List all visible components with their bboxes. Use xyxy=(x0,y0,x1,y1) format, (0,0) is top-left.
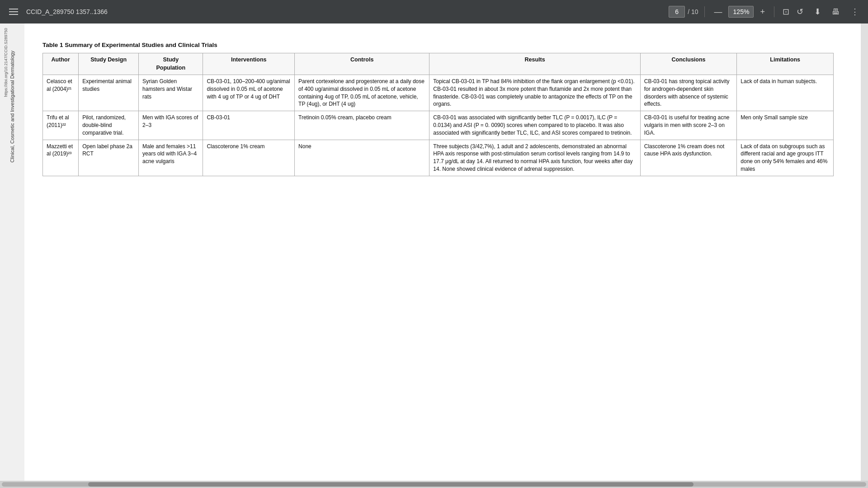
col-controls: Controls xyxy=(295,53,429,75)
table-title: Table 1 Summary of Experimental Studies … xyxy=(42,42,834,48)
cell-author: Trifu et al (2011)²² xyxy=(43,111,79,140)
print-icon: 🖶 xyxy=(832,7,840,16)
col-limitations: Limitations xyxy=(737,53,834,75)
cell-limitations: Lack of data on subgroups such as differ… xyxy=(737,140,834,176)
content-area: https://doi.org/10.2147/CCID.S289750 Cli… xyxy=(0,23,868,481)
download-button[interactable]: ⬇ xyxy=(812,5,823,19)
journal-text: Clinical, Cosmetic and Investigational D… xyxy=(9,51,15,163)
toolbar: CCID_A_289750 1357..1366 / 10 — + ⊡ ↺ ⬇ … xyxy=(0,0,868,23)
fit-page-button[interactable]: ⊡ xyxy=(781,5,791,19)
col-results: Results xyxy=(429,53,640,75)
history-icon: ↺ xyxy=(797,7,803,16)
table-row: Celasco et al (2004)²¹Experimental anima… xyxy=(43,75,834,111)
cell-study-design: Pilot, randomized, double-blind comparat… xyxy=(79,111,139,140)
zoom-out-button[interactable]: — xyxy=(711,6,725,18)
bottom-scrollbar[interactable] xyxy=(0,481,868,488)
table-header-row: Author Study Design StudyPopulation Inte… xyxy=(43,53,834,75)
table-row: Mazzetti et al (2019)²³Open label phase … xyxy=(43,140,834,176)
toolbar-center: / 10 — + ⊡ ↺ xyxy=(669,5,805,19)
page-separator: / 10 xyxy=(688,8,698,15)
cell-limitations: Lack of data in human subjects. xyxy=(737,75,834,111)
data-table: Author Study Design StudyPopulation Inte… xyxy=(42,53,834,176)
scroll-track xyxy=(2,482,866,487)
cell-author: Mazzetti et al (2019)²³ xyxy=(43,140,79,176)
cell-study-design: Open label phase 2a RCT xyxy=(79,140,139,176)
zoom-input[interactable] xyxy=(728,6,754,18)
toolbar-right: ⬇ 🖶 ⋮ xyxy=(812,5,861,19)
col-study-design: Study Design xyxy=(79,53,139,75)
cell-results: Three subjects (3/42,7%), 1 adult and 2 … xyxy=(429,140,640,176)
download-icon: ⬇ xyxy=(814,7,821,16)
history-button[interactable]: ↺ xyxy=(795,5,805,19)
print-button[interactable]: 🖶 xyxy=(830,5,842,19)
divider-vertical xyxy=(704,6,705,17)
doc-title: CCID_A_289750 1357..1366 xyxy=(26,8,108,15)
doi-text: https://doi.org/10.2147/CCID.S289750 xyxy=(4,28,8,97)
cell-interventions: CB-03-01 xyxy=(203,111,295,140)
cell-conclusions: CB-03-01 has strong topical activity for… xyxy=(640,75,737,111)
cell-conclusions: Clascoterone 1% cream does not cause HPA… xyxy=(640,140,737,176)
page-nav: / 10 xyxy=(669,6,698,18)
col-conclusions: Conclusions xyxy=(640,53,737,75)
scroll-thumb xyxy=(88,482,693,487)
cell-study-population: Syrian Golden hamsters and Wistar rats xyxy=(139,75,203,111)
cell-study-population: Male and females >11 years old with IGA … xyxy=(139,140,203,176)
cell-limitations: Men only Small sample size xyxy=(737,111,834,140)
left-strip: https://doi.org/10.2147/CCID.S289750 Cli… xyxy=(0,23,24,481)
cell-conclusions: CB-03-01 is useful for treating acne vul… xyxy=(640,111,737,140)
cell-interventions: Clascoterone 1% cream xyxy=(203,140,295,176)
zoom-in-button[interactable]: + xyxy=(757,6,768,18)
hamburger-icon xyxy=(9,9,18,15)
cell-controls: Tretinoin 0.05% cream, placebo cream xyxy=(295,111,429,140)
right-scrollbar[interactable] xyxy=(861,23,868,481)
cell-study-population: Men with IGA scores of 2–3 xyxy=(139,111,203,140)
cell-study-design: Experimental animal studies xyxy=(79,75,139,111)
page-input[interactable] xyxy=(669,6,685,18)
cell-results: Topical CB-03-01 in TP had 84% inhibitio… xyxy=(429,75,640,111)
fit-page-icon: ⊡ xyxy=(783,7,789,16)
table-row: Trifu et al (2011)²²Pilot, randomized, d… xyxy=(43,111,834,140)
toolbar-left: CCID_A_289750 1357..1366 xyxy=(7,7,661,17)
col-study-population: StudyPopulation xyxy=(139,53,203,75)
col-author: Author xyxy=(43,53,79,75)
cell-controls: Parent cortexelone and progesterone at a… xyxy=(295,75,429,111)
menu-button[interactable] xyxy=(7,7,20,17)
cell-interventions: CB-03-01, 100–200-400 ug/animal dissolve… xyxy=(203,75,295,111)
cell-author: Celasco et al (2004)²¹ xyxy=(43,75,79,111)
divider-vertical-2 xyxy=(774,6,774,17)
cell-controls: None xyxy=(295,140,429,176)
col-interventions: Interventions xyxy=(203,53,295,75)
cell-results: CB-03-01 was associated with significant… xyxy=(429,111,640,140)
more-icon: ⋮ xyxy=(851,7,859,16)
more-options-button[interactable]: ⋮ xyxy=(849,5,861,19)
pdf-page[interactable]: Table 1 Summary of Experimental Studies … xyxy=(24,23,861,481)
